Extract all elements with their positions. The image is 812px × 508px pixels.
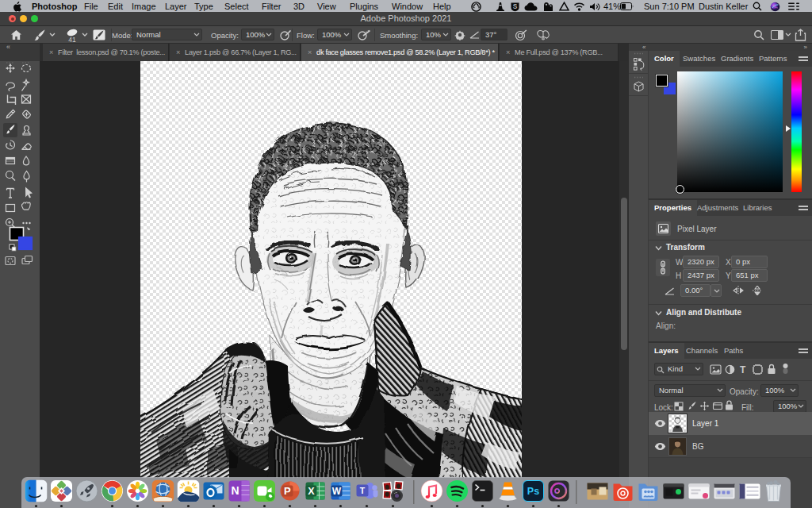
svg-text:W: W xyxy=(332,486,342,497)
svg-text:N: N xyxy=(231,484,239,497)
svg-text:S: S xyxy=(513,2,518,10)
svg-text:T: T xyxy=(360,486,366,495)
svg-text:P: P xyxy=(284,485,291,497)
svg-text:X: X xyxy=(308,486,315,497)
svg-text:Ps: Ps xyxy=(527,486,539,497)
